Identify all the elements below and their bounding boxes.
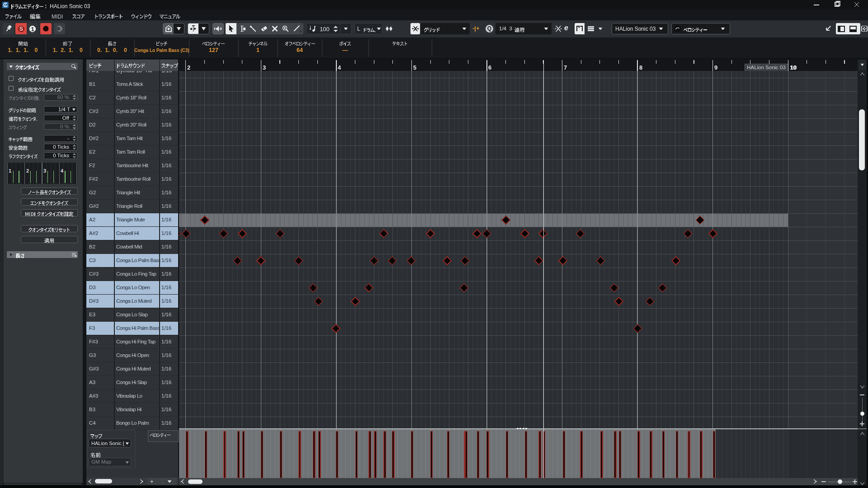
svg-text:4: 4: [61, 168, 64, 174]
svg-text:3: 3: [43, 168, 46, 174]
svg-text:1: 1: [31, 25, 34, 32]
svg-text:2: 2: [26, 168, 29, 174]
svg-text:S: S: [19, 26, 23, 32]
svg-text:1: 1: [9, 168, 11, 174]
